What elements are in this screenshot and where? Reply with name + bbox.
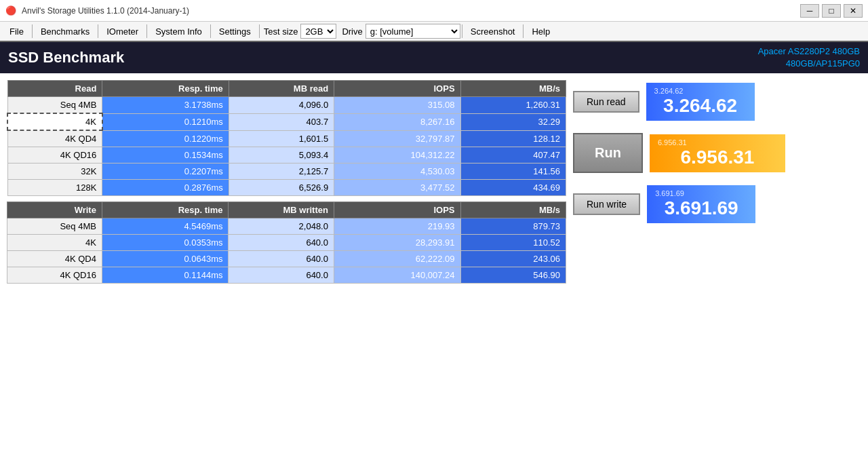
table-row: 4K QD40.0643ms640.062,222.09243.06	[7, 251, 566, 267]
read-row-mbs: 434.69	[460, 180, 566, 196]
table-row: Seq 4MB3.1738ms4,096.0315.081,260.31	[7, 97, 566, 114]
read-row-mb: 4,096.0	[229, 97, 334, 114]
table-row: 4K QD160.1534ms5,093.4104,312.22407.47	[7, 147, 566, 163]
write-col-label: Write	[7, 202, 102, 218]
brand-line2: 480GB/AP115PG0	[758, 58, 860, 70]
test-size-label: Test size	[264, 26, 298, 37]
title-bar-text: Anvil's Storage Utilities 1.1.0 (2014-Ja…	[22, 6, 795, 16]
write-row-label: Seq 4MB	[7, 218, 102, 235]
read-col-mbs: MB/s	[460, 81, 566, 97]
read-row-label: 4K QD4	[7, 130, 102, 147]
read-row-label: Seq 4MB	[7, 97, 102, 114]
drive-label: Drive	[342, 26, 362, 37]
read-row-resp: 3.1738ms	[102, 97, 229, 114]
write-row-mbs: 546.90	[460, 267, 566, 284]
overall-score-label: 6.956.31	[658, 138, 777, 147]
read-row-iops: 8,267.16	[334, 113, 460, 130]
write-row-resp: 4.5469ms	[102, 218, 229, 235]
app-icon: 🔴	[5, 5, 16, 16]
menu-separator-4	[210, 24, 211, 38]
menu-benchmarks[interactable]: Benchmarks	[34, 24, 96, 39]
write-row-mb: 2,048.0	[229, 218, 334, 235]
write-row-label: 4K QD16	[7, 267, 102, 284]
run-all-button[interactable]: Run	[573, 133, 643, 173]
drive-control: Drive g: [volume]	[342, 24, 460, 39]
menu-separator-6	[462, 24, 462, 38]
write-row-iops: 28,293.91	[334, 235, 460, 251]
menu-systeminfo[interactable]: System Info	[149, 24, 209, 39]
read-row-iops: 315.08	[334, 97, 460, 114]
read-row-resp: 0.2876ms	[102, 180, 229, 196]
read-row-label: 4K QD16	[7, 147, 102, 163]
write-col-mbs: MB/s	[460, 202, 566, 218]
read-row-label: 128K	[7, 180, 102, 196]
read-row-mb: 403.7	[229, 113, 334, 130]
write-row-mb: 640.0	[229, 267, 334, 284]
run-read-section: Run read 3.264.62 3.264.62	[573, 83, 861, 121]
write-row-label: 4K	[7, 235, 102, 251]
read-row-label: 32K	[7, 163, 102, 180]
read-table: Read Resp. time MB read IOPS MB/s Seq 4M…	[7, 80, 566, 196]
write-row-iops: 62,222.09	[334, 251, 460, 267]
write-row-mb: 640.0	[229, 251, 334, 267]
read-row-mbs: 141.56	[460, 163, 566, 180]
table-row: 32K0.2207ms2,125.74,530.03141.56	[7, 163, 566, 180]
run-read-button[interactable]: Run read	[573, 91, 639, 113]
table-row: 4K0.0353ms640.028,293.91110.52	[7, 235, 566, 251]
menu-help[interactable]: Help	[525, 24, 557, 39]
read-row-iops: 104,312.22	[334, 147, 460, 163]
table-row: 128K0.2876ms6,526.93,477.52434.69	[7, 180, 566, 196]
menu-iometer[interactable]: IOmeter	[100, 24, 145, 39]
read-row-resp: 0.2207ms	[102, 163, 229, 180]
write-score-value: 3.691.69	[655, 197, 747, 219]
table-row: 4K QD160.1144ms640.0140,007.24546.90	[7, 267, 566, 284]
read-row-mb: 2,125.7	[229, 163, 334, 180]
write-row-resp: 0.0643ms	[102, 251, 229, 267]
right-panel: Run read 3.264.62 3.264.62 Run 6.956.31 …	[573, 80, 861, 455]
write-row-label: 4K QD4	[7, 251, 102, 267]
menu-separator-5	[259, 24, 260, 38]
write-col-mb: MB written	[229, 202, 334, 218]
read-row-mbs: 128.12	[460, 130, 566, 147]
read-row-mbs: 1,260.31	[460, 97, 566, 114]
test-size-control: Test size 2GB 1GB 4GB	[264, 24, 337, 39]
menu-bar: File Benchmarks IOmeter System Info Sett…	[0, 22, 868, 42]
write-row-iops: 219.93	[334, 218, 460, 235]
menu-screenshot[interactable]: Screenshot	[464, 24, 522, 39]
run-all-section: Run 6.956.31 6.956.31	[573, 133, 861, 173]
read-row-resp: 0.1220ms	[102, 130, 229, 147]
menu-separator-7	[523, 24, 524, 38]
minimize-button[interactable]: ─	[800, 4, 819, 18]
write-row-iops: 140,007.24	[334, 267, 460, 284]
menu-settings[interactable]: Settings	[212, 24, 258, 39]
read-row-mb: 5,093.4	[229, 147, 334, 163]
run-write-button[interactable]: Run write	[573, 193, 640, 215]
menu-separator-2	[98, 24, 98, 38]
menu-separator-1	[32, 24, 33, 38]
read-row-mbs: 407.47	[460, 147, 566, 163]
write-score-label: 3.691.69	[655, 189, 747, 197]
app-header-title: SSD Benchmark	[8, 49, 124, 66]
write-row-mbs: 243.06	[460, 251, 566, 267]
maximize-button[interactable]: □	[822, 4, 841, 18]
read-col-resp: Resp. time	[102, 81, 229, 97]
run-write-section: Run write 3.691.69 3.691.69	[573, 185, 861, 223]
write-score-box: 3.691.69 3.691.69	[647, 185, 755, 223]
read-score-label: 3.264.62	[654, 87, 747, 95]
read-row-mb: 1,601.5	[229, 130, 334, 147]
write-col-resp: Resp. time	[102, 202, 229, 218]
tables-area: Read Resp. time MB read IOPS MB/s Seq 4M…	[7, 80, 566, 455]
close-button[interactable]: ✕	[844, 4, 863, 18]
write-row-mbs: 879.73	[460, 218, 566, 235]
menu-file[interactable]: File	[3, 24, 31, 39]
write-col-iops: IOPS	[334, 202, 460, 218]
write-row-resp: 0.1144ms	[102, 267, 229, 284]
table-row: 4K QD40.1220ms1,601.532,797.87128.12	[7, 130, 566, 147]
read-col-mb: MB read	[229, 81, 334, 97]
test-size-select[interactable]: 2GB 1GB 4GB	[300, 24, 336, 39]
table-row: Seq 4MB4.5469ms2,048.0219.93879.73	[7, 218, 566, 235]
write-table: Write Resp. time MB written IOPS MB/s Se…	[7, 201, 566, 284]
read-col-iops: IOPS	[334, 81, 460, 97]
overall-score-box: 6.956.31 6.956.31	[650, 134, 785, 172]
drive-select[interactable]: g: [volume]	[366, 24, 460, 39]
